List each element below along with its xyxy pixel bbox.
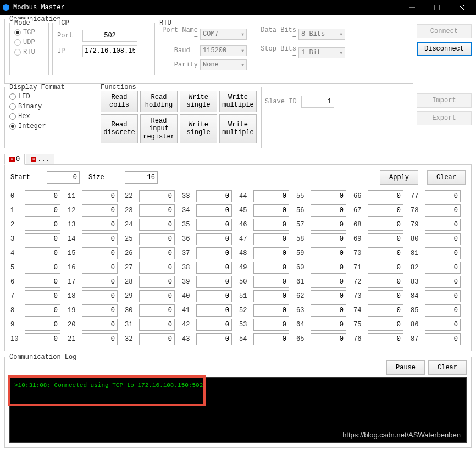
function-button-1[interactable]: Read holding — [140, 91, 178, 112]
function-button-3[interactable]: Write multiple — [219, 91, 257, 112]
cell-input[interactable] — [368, 333, 403, 345]
function-button-5[interactable]: Read input register — [140, 114, 178, 143]
cell-input[interactable] — [82, 233, 118, 245]
cell-input[interactable] — [311, 233, 346, 245]
cell-input[interactable] — [139, 290, 175, 302]
cell-input[interactable] — [425, 304, 461, 317]
cell-input[interactable] — [425, 276, 461, 288]
cell-input[interactable] — [25, 190, 60, 202]
display-radio-binary[interactable]: Binary — [9, 103, 87, 110]
cell-input[interactable] — [139, 190, 175, 202]
export-button[interactable]: Export — [417, 111, 472, 125]
slave-id-input[interactable] — [301, 96, 334, 108]
apply-button[interactable]: Apply — [380, 170, 418, 185]
function-button-7[interactable]: Write multiple — [219, 114, 257, 143]
cell-input[interactable] — [311, 190, 346, 202]
maximize-button[interactable] — [424, 0, 449, 15]
cell-input[interactable] — [139, 233, 175, 245]
cell-input[interactable] — [25, 233, 60, 245]
cell-input[interactable] — [196, 233, 232, 245]
display-radio-led[interactable]: LED — [9, 93, 87, 101]
cell-input[interactable] — [139, 247, 175, 259]
cell-input[interactable] — [368, 233, 403, 245]
cell-input[interactable] — [25, 333, 60, 345]
cell-input[interactable] — [139, 333, 175, 345]
cell-input[interactable] — [368, 290, 403, 302]
cell-input[interactable] — [425, 333, 461, 345]
log-console[interactable]: >10:31:08: Connected using TCP to 172.16… — [9, 377, 467, 443]
cell-input[interactable] — [196, 290, 232, 302]
cell-input[interactable] — [368, 204, 403, 217]
cell-input[interactable] — [25, 262, 60, 274]
databits-select[interactable]: 8 Bits▼ — [298, 29, 345, 40]
connect-button[interactable]: Connect — [417, 24, 472, 38]
function-button-4[interactable]: Read discrete — [101, 114, 138, 143]
tab-0[interactable]: ×0 — [4, 154, 25, 165]
ip-input[interactable] — [82, 45, 137, 57]
cell-input[interactable] — [139, 319, 175, 331]
cell-input[interactable] — [25, 304, 60, 317]
cell-input[interactable] — [311, 276, 346, 288]
cell-input[interactable] — [253, 247, 289, 259]
close-tab-icon[interactable]: × — [31, 157, 36, 162]
cell-input[interactable] — [25, 204, 60, 217]
function-button-6[interactable]: Write single — [180, 114, 217, 143]
cell-input[interactable] — [311, 290, 346, 302]
cell-input[interactable] — [425, 233, 461, 245]
disconnect-button[interactable]: Disconnect — [417, 42, 472, 56]
cell-input[interactable] — [425, 190, 461, 202]
display-radio-hex[interactable]: Hex — [9, 113, 87, 120]
cell-input[interactable] — [425, 204, 461, 217]
function-button-0[interactable]: Read coils — [101, 91, 138, 112]
cell-input[interactable] — [425, 290, 461, 302]
parity-select[interactable]: None▼ — [200, 59, 247, 70]
mode-radio-tcp[interactable]: TCP — [14, 29, 44, 36]
cell-input[interactable] — [311, 304, 346, 317]
cell-input[interactable] — [253, 219, 289, 231]
cell-input[interactable] — [425, 219, 461, 231]
stopbits-select[interactable]: 1 Bit▼ — [298, 47, 345, 58]
close-button[interactable] — [449, 0, 474, 15]
cell-input[interactable] — [425, 247, 461, 259]
cell-input[interactable] — [25, 247, 60, 259]
cell-input[interactable] — [196, 276, 232, 288]
cell-input[interactable] — [196, 333, 232, 345]
cell-input[interactable] — [82, 219, 118, 231]
cell-input[interactable] — [368, 219, 403, 231]
cell-input[interactable] — [425, 262, 461, 274]
port-input[interactable] — [82, 30, 137, 42]
cell-input[interactable] — [25, 290, 60, 302]
cell-input[interactable] — [82, 319, 118, 331]
cell-input[interactable] — [82, 290, 118, 302]
tab-more[interactable]: ×... — [26, 154, 54, 165]
cell-input[interactable] — [368, 304, 403, 317]
pause-button[interactable]: Pause — [386, 360, 425, 375]
cell-input[interactable] — [311, 333, 346, 345]
cell-input[interactable] — [82, 262, 118, 274]
cell-input[interactable] — [311, 204, 346, 217]
mode-radio-udp[interactable]: UDP — [14, 38, 44, 46]
cell-input[interactable] — [25, 276, 60, 288]
cell-input[interactable] — [139, 276, 175, 288]
cell-input[interactable] — [368, 276, 403, 288]
cell-input[interactable] — [253, 190, 289, 202]
cell-input[interactable] — [311, 219, 346, 231]
cell-input[interactable] — [253, 333, 289, 345]
cell-input[interactable] — [368, 190, 403, 202]
cell-input[interactable] — [368, 247, 403, 259]
import-button[interactable]: Import — [417, 93, 472, 108]
cell-input[interactable] — [139, 204, 175, 217]
cell-input[interactable] — [425, 319, 461, 331]
start-input[interactable] — [47, 171, 80, 184]
cell-input[interactable] — [253, 319, 289, 331]
cell-input[interactable] — [253, 204, 289, 217]
cell-input[interactable] — [196, 304, 232, 317]
cell-input[interactable] — [139, 304, 175, 317]
size-input[interactable] — [125, 171, 158, 184]
cell-input[interactable] — [25, 219, 60, 231]
close-tab-icon[interactable]: × — [9, 157, 15, 162]
cell-input[interactable] — [253, 304, 289, 317]
cell-input[interactable] — [139, 219, 175, 231]
cell-input[interactable] — [368, 262, 403, 274]
cell-input[interactable] — [82, 276, 118, 288]
